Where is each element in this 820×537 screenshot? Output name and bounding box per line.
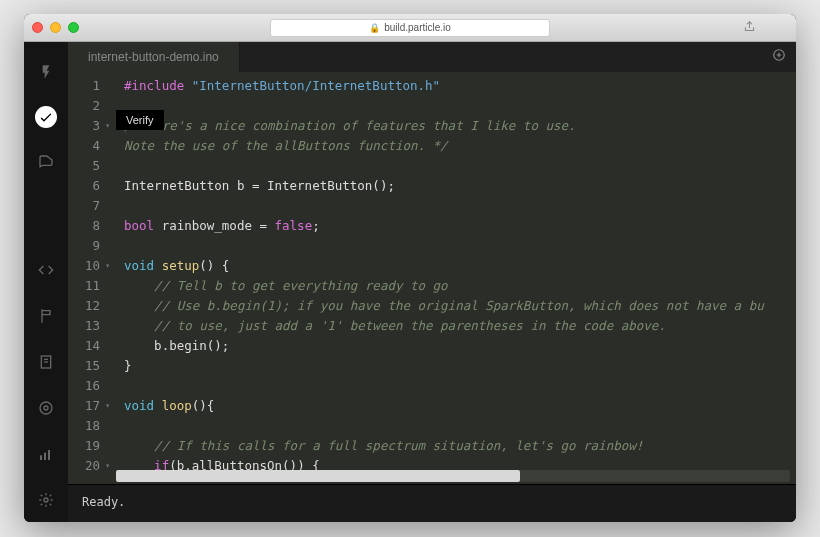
line-number: 14	[68, 336, 100, 356]
console-icon[interactable]	[34, 442, 58, 466]
line-number: 19	[68, 436, 100, 456]
line-number: 15	[68, 356, 100, 376]
svg-rect-5	[40, 455, 42, 460]
code-line[interactable]: // Tell b to get everything ready to go	[124, 276, 796, 296]
line-number: 16	[68, 376, 100, 396]
tabbar: internet-button-demo.ino	[68, 42, 796, 72]
code-line[interactable]: #include "InternetButton/InternetButton.…	[124, 76, 796, 96]
line-number: 1	[68, 76, 100, 96]
line-number: 11	[68, 276, 100, 296]
horizontal-scrollbar[interactable]	[116, 470, 790, 482]
svg-point-8	[44, 498, 48, 502]
url-text: build.particle.io	[384, 22, 451, 33]
window-controls	[32, 22, 79, 33]
libraries-icon[interactable]	[34, 304, 58, 328]
line-number: 13	[68, 316, 100, 336]
lock-icon: 🔒	[369, 23, 380, 33]
svg-rect-7	[48, 450, 50, 460]
line-number: 17	[68, 396, 100, 416]
line-number: 10	[68, 256, 100, 276]
minimize-button[interactable]	[50, 22, 61, 33]
zoom-button[interactable]	[68, 22, 79, 33]
code-line[interactable]	[124, 416, 796, 436]
console-status: Ready.	[82, 495, 125, 509]
svg-rect-6	[44, 453, 46, 460]
code-line[interactable]	[124, 156, 796, 176]
code-line[interactable]	[124, 236, 796, 256]
add-tab-button[interactable]	[772, 48, 786, 66]
code-line[interactable]	[124, 196, 796, 216]
devices-icon[interactable]	[34, 396, 58, 420]
code-editor[interactable]: 12345678910111213141516171819202122 #inc…	[68, 72, 796, 470]
tab-file[interactable]: internet-button-demo.ino	[68, 42, 240, 72]
scrollbar-thumb[interactable]	[116, 470, 520, 482]
code-icon[interactable]	[34, 258, 58, 282]
line-number: 5	[68, 156, 100, 176]
svg-point-4	[44, 406, 48, 410]
code-line[interactable]: /* Here's a nice combination of features…	[124, 116, 796, 136]
line-number: 4	[68, 136, 100, 156]
titlebar: 🔒 build.particle.io	[24, 14, 796, 42]
line-number: 2	[68, 96, 100, 116]
line-number: 20	[68, 456, 100, 470]
svg-point-3	[40, 402, 52, 414]
share-icon[interactable]	[743, 20, 756, 36]
code-line[interactable]	[124, 376, 796, 396]
code-line[interactable]: Note the use of the allButtons function.…	[124, 136, 796, 156]
code-line[interactable]	[124, 96, 796, 116]
code-line[interactable]: // to use, just add a '1' between the pa…	[124, 316, 796, 336]
line-number: 8	[68, 216, 100, 236]
app-window: 🔒 build.particle.io internet-button-demo…	[24, 14, 796, 522]
docs-icon[interactable]	[34, 350, 58, 374]
code-area[interactable]: #include "InternetButton/InternetButton.…	[108, 72, 796, 470]
main-panel: internet-button-demo.ino Verify 12345678…	[68, 42, 796, 522]
code-line[interactable]: b.begin();	[124, 336, 796, 356]
flash-icon[interactable]	[34, 60, 58, 84]
console-panel: Ready.	[68, 484, 796, 522]
line-number: 12	[68, 296, 100, 316]
code-line[interactable]: // Use b.begin(1); if you have the origi…	[124, 296, 796, 316]
line-number: 7	[68, 196, 100, 216]
verify-icon[interactable]	[35, 106, 57, 128]
code-line[interactable]: void loop(){	[124, 396, 796, 416]
sidebar	[24, 42, 68, 522]
tab-label: internet-button-demo.ino	[88, 50, 219, 64]
content-area: internet-button-demo.ino Verify 12345678…	[24, 42, 796, 522]
close-button[interactable]	[32, 22, 43, 33]
line-number: 9	[68, 236, 100, 256]
settings-icon[interactable]	[34, 488, 58, 512]
code-line[interactable]: if(b.allButtonsOn()) {	[124, 456, 796, 470]
save-icon[interactable]	[34, 150, 58, 174]
code-line[interactable]: void setup() {	[124, 256, 796, 276]
line-number: 6	[68, 176, 100, 196]
code-line[interactable]: bool rainbow_mode = false;	[124, 216, 796, 236]
code-line[interactable]: // If this calls for a full spectrum sit…	[124, 436, 796, 456]
line-number: 3	[68, 116, 100, 136]
line-number: 18	[68, 416, 100, 436]
url-bar[interactable]: 🔒 build.particle.io	[270, 19, 550, 37]
code-line[interactable]: }	[124, 356, 796, 376]
verify-tooltip: Verify	[116, 110, 164, 130]
code-line[interactable]: InternetButton b = InternetButton();	[124, 176, 796, 196]
line-gutter: 12345678910111213141516171819202122	[68, 72, 108, 470]
